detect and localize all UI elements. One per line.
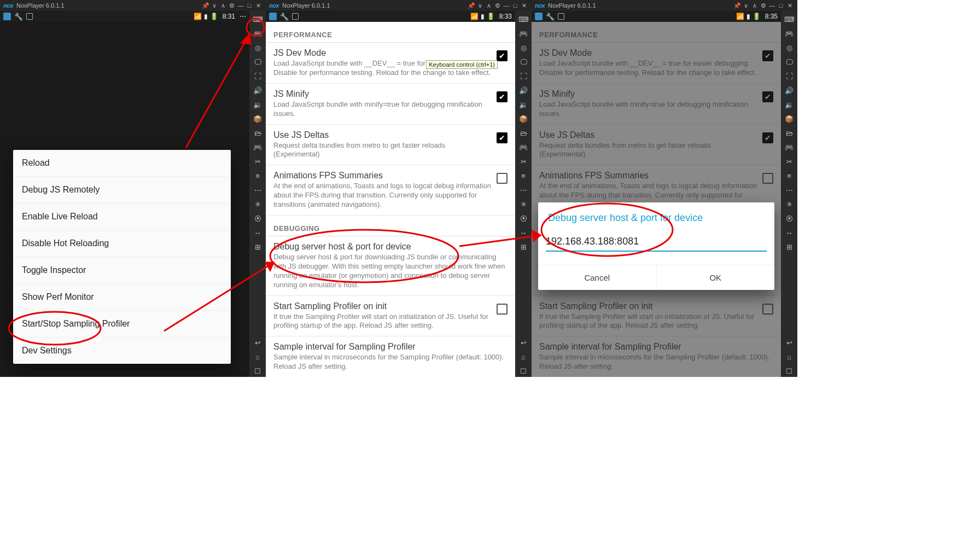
menu-icon[interactable]: ≡ <box>517 170 529 182</box>
chevron-down-icon[interactable]: ∨ <box>742 2 750 9</box>
keyboard-icon[interactable]: ⌨ <box>783 13 795 25</box>
setting-js-deltas[interactable]: Use JS Deltas Request delta bundles from… <box>266 125 515 166</box>
pin-icon[interactable]: 📌 <box>201 2 210 9</box>
brightness-icon[interactable]: ✳ <box>517 198 529 210</box>
more-icon[interactable]: ⋯ <box>252 184 264 196</box>
volume-up-icon[interactable]: 🔊 <box>252 84 264 96</box>
checkbox-unchecked-icon[interactable] <box>497 304 508 315</box>
setting-sampling-init[interactable]: Start Sampling Profiler on init If true … <box>266 296 515 337</box>
menu-item-debug-remote[interactable]: Debug JS Remotely <box>13 177 231 204</box>
grid-icon[interactable]: ⊞ <box>252 241 264 253</box>
home-icon[interactable]: ⌂ <box>252 351 264 363</box>
gamepad-icon[interactable]: 🎮 <box>517 27 529 39</box>
menu-item-hot-reload[interactable]: Disable Hot Reloading <box>13 230 231 257</box>
minimize-icon[interactable]: — <box>768 2 777 9</box>
ok-button[interactable]: OK <box>656 265 775 290</box>
setting-debug-host[interactable]: Debug server host & port for device Debu… <box>266 236 515 296</box>
folder-icon[interactable]: 🗁 <box>252 127 264 139</box>
back-icon[interactable]: ↩ <box>783 336 795 348</box>
apk-icon[interactable]: 📦 <box>783 113 795 125</box>
dev-settings-list[interactable]: PERFORMANCE JS Dev Mode Load JavaScript … <box>266 22 515 377</box>
chevron-down-icon[interactable]: ∨ <box>476 2 485 9</box>
menu-icon[interactable]: ≡ <box>252 170 264 182</box>
record-icon[interactable]: ⦿ <box>517 212 529 224</box>
menu-item-sampling[interactable]: Start/Stop Sampling Profiler <box>13 311 231 338</box>
home-icon[interactable]: ⌂ <box>783 351 795 363</box>
recent-icon[interactable]: ☐ <box>252 365 264 377</box>
apk-icon[interactable]: 📦 <box>252 113 264 125</box>
scissors-icon[interactable]: ✂ <box>783 155 795 167</box>
more-icon[interactable]: ⋯ <box>517 184 529 196</box>
fullscreen-icon[interactable]: ⛶ <box>252 70 264 82</box>
back-icon[interactable]: ↩ <box>517 336 529 348</box>
brightness-icon[interactable]: ✳ <box>783 198 795 210</box>
pin-icon[interactable]: 📌 <box>467 2 476 9</box>
record-icon[interactable]: ⦿ <box>783 212 795 224</box>
monitor-icon[interactable]: 🖵 <box>252 56 264 68</box>
grid-icon[interactable]: ⊞ <box>783 241 795 253</box>
brightness-icon[interactable]: ✳ <box>252 198 264 210</box>
maximize-icon[interactable]: □ <box>511 2 520 9</box>
checkbox-checked-icon[interactable]: ✔ <box>497 132 508 143</box>
setting-anim-fps[interactable]: Animations FPS Summaries At the end of a… <box>266 165 515 216</box>
gear-icon[interactable]: ⚙ <box>228 2 236 9</box>
chevron-up-icon[interactable]: ∧ <box>750 2 759 9</box>
menu-icon[interactable]: ≡ <box>783 170 795 182</box>
setting-sample-interval[interactable]: Sample interval for Sampling Profiler Sa… <box>266 336 515 377</box>
volume-down-icon[interactable]: 🔉 <box>783 98 795 111</box>
menu-item-dev-settings[interactable]: Dev Settings <box>13 338 231 364</box>
checkbox-unchecked-icon[interactable] <box>497 173 508 184</box>
scissors-icon[interactable]: ✂ <box>252 155 264 167</box>
monitor-icon[interactable]: 🖵 <box>783 56 795 68</box>
record-icon[interactable]: ⦿ <box>252 212 264 224</box>
controller-icon[interactable]: 🎮 <box>783 141 795 153</box>
close-icon[interactable]: ✕ <box>785 2 794 9</box>
location-icon[interactable]: ◎ <box>252 42 264 54</box>
menu-item-perf[interactable]: Show Perf Monitor <box>13 284 231 311</box>
side-icon[interactable]: ↔ <box>783 226 795 239</box>
modal-backdrop[interactable] <box>532 22 781 377</box>
fullscreen-icon[interactable]: ⛶ <box>783 70 795 82</box>
side-icon[interactable]: ↔ <box>517 226 529 239</box>
chevron-up-icon[interactable]: ∧ <box>485 2 493 9</box>
home-icon[interactable]: ⌂ <box>517 351 529 363</box>
gamepad-icon[interactable]: 🎮 <box>252 27 264 39</box>
maximize-icon[interactable]: □ <box>245 2 254 9</box>
folder-icon[interactable]: 🗁 <box>517 127 529 139</box>
overflow-icon[interactable]: ⋯ <box>240 13 246 20</box>
close-icon[interactable]: ✕ <box>520 2 528 9</box>
checkbox-checked-icon[interactable]: ✔ <box>497 91 508 102</box>
recent-icon[interactable]: ☐ <box>517 365 529 377</box>
scissors-icon[interactable]: ✂ <box>517 155 529 167</box>
location-icon[interactable]: ◎ <box>517 42 529 54</box>
controller-icon[interactable]: 🎮 <box>252 141 264 153</box>
location-icon[interactable]: ◎ <box>783 42 795 54</box>
volume-down-icon[interactable]: 🔉 <box>517 98 529 111</box>
volume-up-icon[interactable]: 🔊 <box>783 84 795 96</box>
keyboard-icon[interactable]: ⌨ <box>252 13 264 25</box>
volume-down-icon[interactable]: 🔉 <box>252 98 264 111</box>
monitor-icon[interactable]: 🖵 <box>517 56 529 68</box>
volume-up-icon[interactable]: 🔊 <box>517 84 529 96</box>
debug-host-input[interactable] <box>546 233 767 252</box>
menu-item-inspector[interactable]: Toggle Inspector <box>13 257 231 284</box>
folder-icon[interactable]: 🗁 <box>783 127 795 139</box>
keyboard-icon[interactable]: ⌨ <box>517 13 529 25</box>
maximize-icon[interactable]: □ <box>777 2 785 9</box>
close-icon[interactable]: ✕ <box>254 2 262 9</box>
recent-icon[interactable]: ☐ <box>783 365 795 377</box>
fullscreen-icon[interactable]: ⛶ <box>517 70 529 82</box>
controller-icon[interactable]: 🎮 <box>517 141 529 153</box>
cancel-button[interactable]: Cancel <box>538 265 656 290</box>
more-icon[interactable]: ⋯ <box>783 184 795 196</box>
checkbox-checked-icon[interactable]: ✔ <box>497 50 508 61</box>
minimize-icon[interactable]: — <box>236 2 245 9</box>
chevron-up-icon[interactable]: ∧ <box>219 2 228 9</box>
menu-item-live-reload[interactable]: Enable Live Reload <box>13 204 231 230</box>
gear-icon[interactable]: ⚙ <box>759 2 768 9</box>
pin-icon[interactable]: 📌 <box>733 2 742 9</box>
apk-icon[interactable]: 📦 <box>517 113 529 125</box>
gamepad-icon[interactable]: 🎮 <box>783 27 795 39</box>
grid-icon[interactable]: ⊞ <box>517 241 529 253</box>
minimize-icon[interactable]: — <box>502 2 511 9</box>
